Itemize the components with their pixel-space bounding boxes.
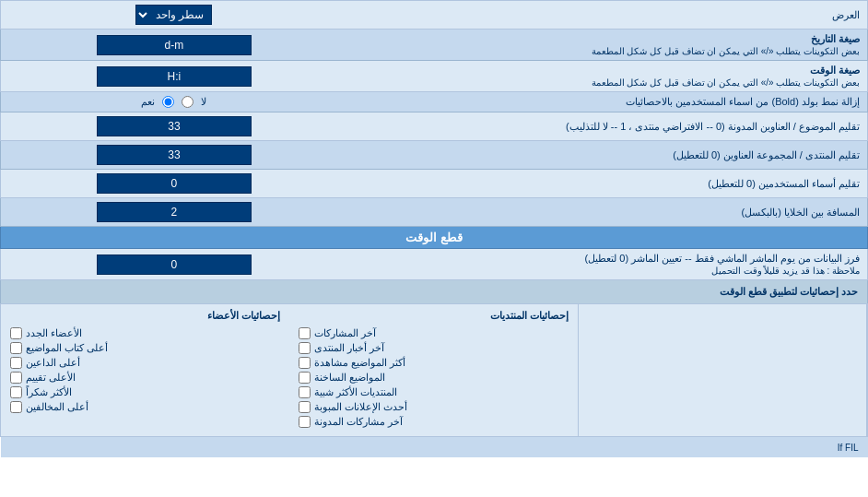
- checkbox-posts-2: أكثر المواضيع مشاهدة: [299, 357, 569, 369]
- checkbox-members-0: الأعضاء الجدد: [10, 327, 280, 339]
- checkbox-members-2-input[interactable]: [10, 357, 22, 369]
- cut-time-input[interactable]: [97, 254, 252, 275]
- date-format-input-cell: [1, 30, 347, 61]
- members-stats-title: إحصائيات الأعضاء: [10, 310, 280, 322]
- checkbox-members-2-label: أعلى الداعين: [26, 357, 80, 369]
- checkbox-posts-6: آخر مشاركات المدونة: [299, 416, 569, 428]
- bold-remove-yes-label: نعم: [141, 96, 155, 108]
- checkbox-members-0-label: الأعضاء الجدد: [26, 327, 82, 339]
- display-select[interactable]: سطر واحد سطرين ثلاثة أسطر: [135, 5, 212, 25]
- forum-title-label: تقليم المنتدى / المجموعة العناوين (0 للت…: [347, 141, 868, 170]
- checkbox-posts-6-label: آخر مشاركات المدونة: [314, 416, 403, 428]
- forum-title-input[interactable]: [97, 145, 252, 165]
- bold-remove-yes-radio[interactable]: [162, 96, 174, 108]
- checkbox-posts-2-label: أكثر المواضيع مشاهدة: [314, 357, 405, 369]
- topic-title-label: تقليم الموضوع / العناوين المدونة (0 -- ا…: [347, 112, 868, 141]
- time-format-label: صيغة الوقت بعض التكوينات يتطلب «/» التي …: [347, 61, 868, 92]
- posts-stats-title: إحصائيات المنتديات: [299, 310, 569, 322]
- cell-spacing-label: المسافة بين الخلايا (بالبكسل): [347, 198, 868, 227]
- checkbox-posts-1: آخر أخبار المنتدى: [299, 342, 569, 354]
- members-stats-section: إحصائيات الأعضاء الأعضاء الجدد أعلى كتاب…: [1, 304, 289, 436]
- checkbox-members-5-input[interactable]: [10, 401, 22, 413]
- checkbox-members-2: أعلى الداعين: [10, 357, 280, 369]
- checkbox-members-1: أعلى كتاب المواضيع: [10, 342, 280, 354]
- stats-apply-label: حدد إحصائيات لتطبيق قطع الوقت: [1, 280, 868, 304]
- checkbox-members-4-input[interactable]: [10, 386, 22, 398]
- user-names-input[interactable]: [97, 173, 252, 194]
- checkbox-members-3-input[interactable]: [10, 372, 22, 384]
- bold-remove-no-radio[interactable]: [182, 96, 194, 108]
- checkbox-posts-1-label: آخر أخبار المنتدى: [314, 342, 384, 354]
- checkbox-posts-3-label: المواضيع الساخنة: [314, 372, 385, 384]
- topic-title-input-cell: [1, 112, 347, 141]
- bold-remove-input-cell: نعم لا: [1, 92, 347, 112]
- time-format-input-cell: [1, 61, 347, 92]
- date-format-input[interactable]: [97, 35, 252, 55]
- checkbox-members-1-label: أعلى كتاب المواضيع: [26, 342, 108, 354]
- bold-remove-radio-group: نعم لا: [8, 96, 340, 108]
- bold-remove-no-label: لا: [201, 96, 206, 108]
- empty-left-section: [578, 304, 866, 436]
- cut-time-input-cell: [1, 249, 347, 280]
- checkbox-posts-0-input[interactable]: [299, 327, 311, 339]
- checkbox-posts-2-input[interactable]: [299, 357, 311, 369]
- checkbox-posts-6-input[interactable]: [299, 416, 311, 428]
- bold-remove-label: إزالة نمط بولد (Bold) من اسماء المستخدمي…: [347, 92, 868, 112]
- checkbox-members-0-input[interactable]: [10, 327, 22, 339]
- time-format-input[interactable]: [97, 66, 252, 87]
- cell-spacing-input-cell: [1, 198, 347, 227]
- checkbox-posts-5-input[interactable]: [299, 401, 311, 413]
- checkbox-members-5: أعلى المخالفين: [10, 401, 280, 413]
- cut-time-label: فرز البيانات من يوم الماشر الماشي فقط --…: [347, 249, 868, 280]
- checkbox-members-1-input[interactable]: [10, 342, 22, 354]
- checkbox-posts-0: آخر المشاركات: [299, 327, 569, 339]
- checkbox-members-3: الأعلى تقييم: [10, 372, 280, 384]
- checkbox-posts-1-input[interactable]: [299, 342, 311, 354]
- user-names-input-cell: [1, 170, 347, 198]
- checkbox-members-4-label: الأكثر شكراً: [26, 386, 72, 398]
- forum-title-input-cell: [1, 141, 347, 170]
- posts-stats-section: إحصائيات المنتديات آخر المشاركات آخر أخب…: [289, 304, 578, 436]
- checkbox-posts-4-label: المنتديات الأكثر شبية: [314, 386, 397, 398]
- checkbox-members-4: الأكثر شكراً: [10, 386, 280, 398]
- checkbox-members-5-label: أعلى المخالفين: [26, 401, 88, 413]
- display-label: العرض: [347, 1, 868, 30]
- checkbox-posts-4-input[interactable]: [299, 386, 311, 398]
- cut-time-section-header: قطع الوقت: [1, 227, 868, 249]
- checkbox-posts-5: أحدث الإعلانات المبوبة: [299, 401, 569, 413]
- user-names-label: تقليم أسماء المستخدمين (0 للتعطيل): [347, 170, 868, 198]
- checkbox-posts-0-label: آخر المشاركات: [314, 327, 376, 339]
- checkbox-posts-5-label: أحدث الإعلانات المبوبة: [314, 401, 407, 413]
- checkbox-posts-4: المنتديات الأكثر شبية: [299, 386, 569, 398]
- checkbox-posts-3: المواضيع الساخنة: [299, 372, 569, 384]
- checkbox-posts-3-input[interactable]: [299, 372, 311, 384]
- display-input-cell: سطر واحد سطرين ثلاثة أسطر: [1, 1, 347, 30]
- date-format-label: صيغة التاريخ بعض التكوينات يتطلب «/» الت…: [347, 30, 868, 61]
- topic-title-input[interactable]: [97, 116, 252, 136]
- bottom-note: If FIL: [1, 437, 868, 458]
- cell-spacing-input[interactable]: [97, 202, 252, 222]
- checkbox-members-3-label: الأعلى تقييم: [26, 372, 76, 384]
